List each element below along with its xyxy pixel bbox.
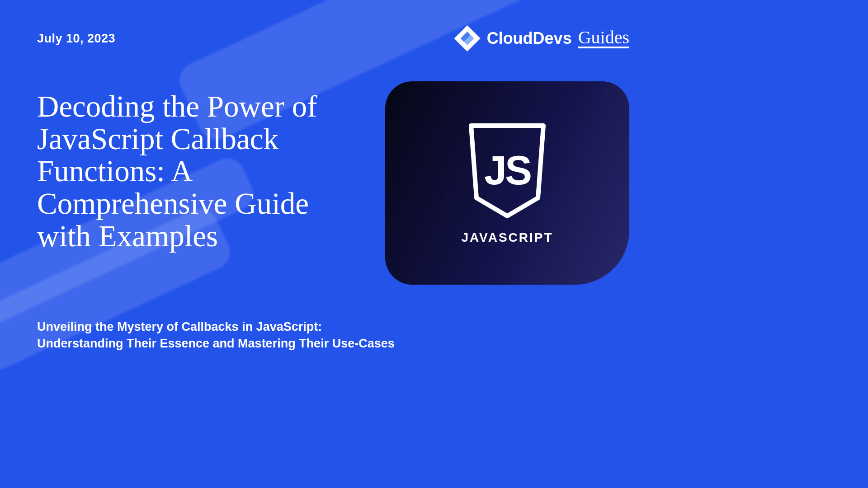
shield-letters: JS xyxy=(484,148,531,193)
javascript-shield-icon: JS xyxy=(462,121,552,221)
subtitle-line-1: Unveiling the Mystery of Callbacks in Ja… xyxy=(37,319,395,335)
brand-logo-icon xyxy=(454,25,481,52)
brand-name: CloudDevs xyxy=(487,30,572,47)
feature-card: JS JAVASCRIPT xyxy=(385,81,629,285)
brand-logo: CloudDevs Guides xyxy=(454,25,629,52)
brand-suffix: Guides xyxy=(578,28,629,48)
page-subtitle: Unveiling the Mystery of Callbacks in Ja… xyxy=(37,319,395,352)
publish-date: July 10, 2023 xyxy=(37,32,115,46)
page-title: Decoding the Power of JavaScript Callbac… xyxy=(37,90,363,252)
card-label: JAVASCRIPT xyxy=(461,230,553,245)
subtitle-line-2: Understanding Their Essence and Masterin… xyxy=(37,335,395,352)
